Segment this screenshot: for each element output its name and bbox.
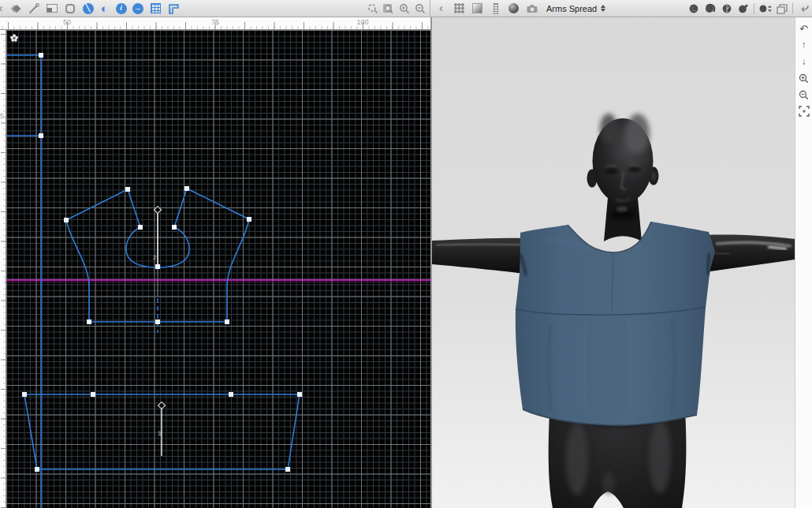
pan-down-icon[interactable]: ↓ xyxy=(798,55,810,68)
arrange-windows-icon[interactable] xyxy=(775,2,788,15)
ruler-label: 25 xyxy=(0,112,4,120)
internal-line-handle[interactable] xyxy=(158,402,165,409)
rotate-view-icon[interactable]: ↶ xyxy=(798,22,810,35)
viewport-3d-tool-strip: ↶ ↑ ↓ xyxy=(795,17,812,508)
info-circle-icon[interactable]: i xyxy=(114,2,128,15)
ruler-label: 75 xyxy=(211,18,219,26)
pattern-outline-icon[interactable] xyxy=(63,2,76,15)
viewport-3d[interactable] xyxy=(432,17,795,508)
show-panel-icon[interactable] xyxy=(45,2,58,15)
zoom-in-icon[interactable] xyxy=(397,2,411,15)
ruler-label: 100 xyxy=(356,18,368,26)
ruler-vertical: 25 0 xyxy=(0,30,6,508)
sewing-needle-icon[interactable] xyxy=(27,2,40,15)
pattern-2d-panel[interactable]: 50 75 100 25 0 xyxy=(0,17,430,508)
pose-dropdown[interactable]: Arms Spread xyxy=(546,4,605,13)
pattern-pieces-layer[interactable]: 2 3 xyxy=(6,30,430,508)
avatar-hair-icon[interactable] xyxy=(703,2,717,15)
flower-marker-icon xyxy=(10,34,18,41)
snapshot-camera-icon[interactable] xyxy=(525,2,538,15)
gradient-background-icon[interactable] xyxy=(471,2,484,15)
sync-arrow-icon[interactable] xyxy=(797,2,810,15)
avatar-pose-toggle-icon[interactable] xyxy=(758,2,772,15)
fabric-swatches-icon[interactable] xyxy=(9,2,22,15)
chevron-left-icon[interactable]: ‹ xyxy=(0,1,4,14)
zoom-page-icon[interactable] xyxy=(382,2,395,15)
zoom-out-icon[interactable] xyxy=(413,2,426,15)
garment-shirt[interactable] xyxy=(516,222,715,425)
zoom-in-icon[interactable] xyxy=(798,72,810,84)
flow-circle-icon[interactable]: → xyxy=(131,2,144,15)
tape-measure-icon[interactable] xyxy=(489,2,502,15)
ruler-label: 50 xyxy=(63,18,71,26)
show-grid-icon[interactable] xyxy=(149,2,162,15)
toolbar-2d: ‹ ╲ ◐ i → xyxy=(0,0,430,17)
internal-line-label: 3 xyxy=(158,430,161,437)
fit-view-icon[interactable] xyxy=(798,105,810,118)
avatar-accessory-icon[interactable] xyxy=(720,2,733,15)
avatar-glove-icon[interactable] xyxy=(736,2,750,15)
avatar-head-icon[interactable] xyxy=(687,2,700,15)
internal-line-handle[interactable] xyxy=(154,206,161,213)
bodice-internal-line[interactable]: 2 xyxy=(153,206,162,297)
head-highlight xyxy=(626,114,650,153)
pan-up-icon[interactable]: ↑ xyxy=(798,39,810,51)
pose-dropdown-value: Arms Spread xyxy=(546,4,597,13)
seamline-circle-icon[interactable]: ╲ xyxy=(81,2,95,15)
zoom-area-icon[interactable] xyxy=(366,2,379,15)
updown-chevrons-icon xyxy=(601,5,605,12)
internal-line-label: 2 xyxy=(153,254,156,261)
avatar-3d-scene xyxy=(432,17,795,508)
half-circle-icon[interactable]: ◐ xyxy=(98,2,111,15)
zoom-out-icon[interactable] xyxy=(798,88,810,101)
band-internal-line[interactable]: 3 xyxy=(158,402,166,456)
toolbar-3d: ‹ Arms Spread xyxy=(430,0,812,17)
sphere-shading-icon[interactable] xyxy=(507,2,520,15)
corner-ruler-icon[interactable] xyxy=(167,2,181,15)
ruler-horizontal: 50 75 100 xyxy=(0,17,430,30)
grid-toggle-icon[interactable] xyxy=(453,2,466,15)
chevron-left-icon[interactable]: ‹ xyxy=(434,1,448,14)
